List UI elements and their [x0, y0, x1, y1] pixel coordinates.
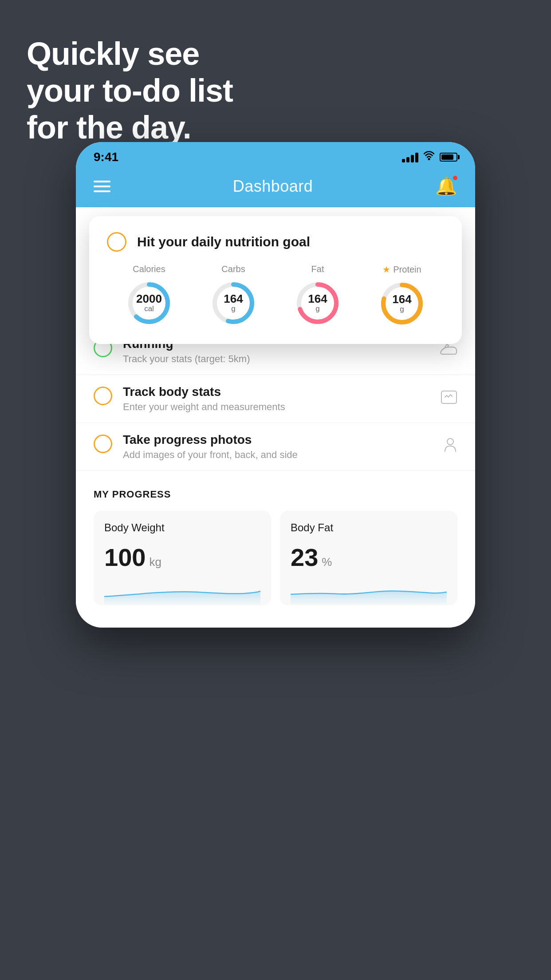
svg-point-10	[447, 439, 453, 445]
running-subtitle: Track your stats (target: 5km)	[123, 353, 429, 365]
status-time: 9:41	[94, 150, 118, 164]
carbs-label: Carbs	[221, 264, 245, 274]
notification-button[interactable]: 🔔	[435, 176, 457, 197]
bottom-spacer	[76, 605, 475, 628]
star-icon: ★	[382, 264, 390, 275]
body-weight-unit: kg	[149, 555, 161, 569]
body-stats-check-circle	[94, 387, 112, 405]
nutrition-check-circle	[107, 232, 126, 252]
hamburger-line	[94, 190, 110, 192]
nutrients-row: Calories 2000 cal	[107, 264, 444, 328]
carbs-value: 164	[224, 293, 243, 304]
person-icon	[443, 437, 457, 457]
fat-unit: g	[308, 304, 327, 313]
body-fat-card-title: Body Fat	[291, 522, 447, 534]
hamburger-line	[94, 181, 110, 182]
body-fat-unit: %	[322, 555, 332, 569]
protein-value: 164	[392, 293, 411, 305]
body-weight-value: 100	[104, 543, 146, 572]
status-bar: 9:41	[76, 142, 475, 167]
photos-text: Take progress photos Add images of your …	[123, 433, 433, 461]
status-icons	[402, 151, 457, 163]
protein-unit: g	[392, 305, 411, 314]
photos-title: Take progress photos	[123, 433, 433, 447]
fat-donut: 164 g	[293, 279, 342, 328]
photos-check-circle	[94, 435, 112, 453]
calories-donut: 2000 cal	[125, 279, 173, 328]
protein-donut: 164 g	[378, 279, 426, 328]
hamburger-line	[94, 186, 110, 187]
todo-body-stats[interactable]: Track body stats Enter your weight and m…	[76, 375, 475, 423]
carbs-unit: g	[224, 304, 243, 313]
phone-mockup: 9:41	[76, 142, 475, 628]
protein-label: ★ Protein	[382, 264, 421, 275]
nutrition-card[interactable]: Hit your daily nutrition goal Calories	[89, 216, 462, 344]
body-stats-title: Track body stats	[123, 385, 430, 399]
calories-unit: cal	[136, 304, 162, 313]
body-fat-chart	[291, 579, 447, 605]
fat-label: Fat	[311, 264, 324, 274]
card-title-row: Hit your daily nutrition goal	[107, 232, 444, 252]
svg-point-0	[428, 158, 430, 160]
calories-value: 2000	[136, 293, 162, 304]
body-fat-value-row: 23 %	[291, 543, 447, 572]
content-area: THINGS TO DO TODAY Hit your daily nutrit…	[76, 207, 475, 628]
body-fat-value: 23	[291, 543, 318, 572]
signal-icon	[402, 152, 418, 162]
body-weight-value-row: 100 kg	[104, 543, 260, 572]
nav-title: Dashboard	[233, 177, 313, 196]
nutrient-protein: ★ Protein 164 g	[378, 264, 426, 328]
photos-subtitle: Add images of your front, back, and side	[123, 449, 433, 461]
hero-headline: Quickly see your to-do list for the day.	[27, 36, 233, 146]
progress-cards: Body Weight 100 kg	[94, 511, 457, 605]
calories-label: Calories	[133, 264, 165, 274]
body-stats-text: Track body stats Enter your weight and m…	[123, 385, 430, 413]
nutrient-calories: Calories 2000 cal	[125, 264, 173, 328]
body-weight-chart	[104, 579, 260, 605]
scale-icon	[441, 390, 457, 408]
notification-dot	[452, 175, 458, 181]
battery-icon	[440, 153, 457, 162]
todo-progress-photos[interactable]: Take progress photos Add images of your …	[76, 423, 475, 471]
wifi-icon	[423, 151, 435, 163]
body-weight-card[interactable]: Body Weight 100 kg	[94, 511, 271, 605]
progress-header: MY PROGRESS	[94, 489, 457, 500]
phone-frame: 9:41	[76, 142, 475, 628]
body-weight-card-title: Body Weight	[104, 522, 260, 534]
body-stats-subtitle: Enter your weight and measurements	[123, 401, 430, 413]
fat-value: 164	[308, 293, 327, 304]
nutrient-carbs: Carbs 164 g	[209, 264, 258, 328]
carbs-donut: 164 g	[209, 279, 258, 328]
body-fat-card[interactable]: Body Fat 23 %	[280, 511, 457, 605]
shoe-icon	[440, 342, 457, 360]
nutrient-fat: Fat 164 g	[293, 264, 342, 328]
nav-bar: Dashboard 🔔	[76, 167, 475, 207]
menu-button[interactable]	[94, 181, 110, 192]
nutrition-card-title: Hit your daily nutrition goal	[137, 234, 310, 249]
progress-section: MY PROGRESS Body Weight 100 kg	[76, 471, 475, 605]
